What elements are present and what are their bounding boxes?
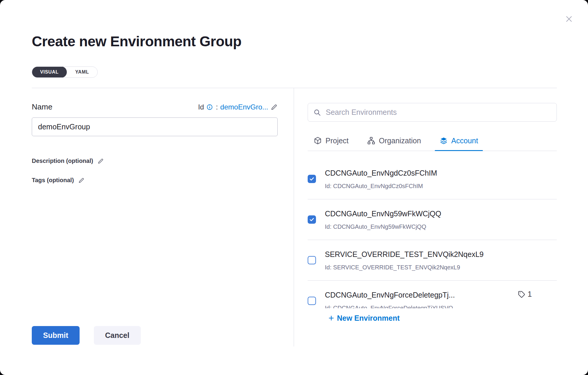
environment-name: CDCNGAuto_EnvNgdCz0sFChIM: [325, 168, 437, 178]
tab-organization[interactable]: Organization: [362, 131, 426, 151]
modal-title: Create new Environment Group: [32, 33, 588, 50]
new-environment-button[interactable]: + New Environment: [327, 314, 402, 323]
environments-panel: Project Organization A: [294, 88, 557, 347]
environment-list-item[interactable]: CDCNGAuto_EnvNgdCz0sFChIM Id: CDCNGAuto_…: [308, 151, 557, 199]
environment-list-item[interactable]: CDCNGAuto_EnvNg59wFkWCjQQ Id: CDCNGAuto_…: [308, 199, 557, 240]
tag-count: 1: [528, 290, 532, 299]
org-hierarchy-icon: [367, 136, 375, 145]
check-icon: [309, 176, 314, 182]
description-row: Description (optional): [32, 158, 280, 164]
environment-text: CDCNGAuto_EnvNgForceDeletegpTj... Id: CD…: [325, 290, 455, 308]
id-label: Id: [198, 103, 204, 111]
info-icon[interactable]: [206, 104, 213, 110]
pencil-icon: [78, 177, 85, 184]
edit-description-button[interactable]: [97, 158, 104, 164]
tab-project[interactable]: Project: [309, 131, 353, 151]
toggle-visual-button[interactable]: VISUAL: [32, 66, 67, 78]
tag-count-badge: 1: [518, 290, 532, 299]
tags-row: Tags (optional): [32, 177, 280, 184]
scope-tabs: Project Organization A: [308, 131, 557, 151]
layers-icon: [440, 136, 448, 145]
form-panel: Name Id : demoEnvGro...: [32, 88, 294, 347]
search-icon: [313, 109, 321, 116]
modal-content: Name Id : demoEnvGro...: [32, 88, 557, 347]
environment-id: Id: CDCNGAuto_EnvNg59wFkWCjQQ: [325, 223, 441, 231]
id-separator: :: [216, 103, 218, 111]
name-row: Name Id : demoEnvGro...: [32, 102, 278, 112]
tab-account-label: Account: [451, 136, 478, 145]
environment-id: Id: SERVICE_OVERRIDE_TEST_ENVQik2NqexL9: [325, 263, 483, 271]
environment-text: SERVICE_OVERRIDE_TEST_ENVQik2NqexL9 Id: …: [325, 249, 483, 271]
environment-checkbox[interactable]: [308, 215, 316, 224]
id-display: Id : demoEnvGro...: [198, 103, 278, 111]
edit-id-button[interactable]: [271, 104, 278, 111]
pencil-icon: [271, 104, 278, 111]
plus-icon: +: [328, 314, 334, 322]
tab-account[interactable]: Account: [435, 131, 483, 151]
close-button[interactable]: [563, 13, 575, 25]
environment-text: CDCNGAuto_EnvNgdCz0sFChIM Id: CDCNGAuto_…: [325, 168, 437, 190]
pencil-icon: [97, 158, 104, 164]
edit-tags-button[interactable]: [78, 177, 85, 184]
cube-icon: [314, 136, 322, 145]
search-environments-input[interactable]: [325, 108, 551, 117]
environment-id: Id: CDCNGAuto_EnvNgdCz0sFChIM: [325, 182, 437, 190]
tab-organization-label: Organization: [379, 136, 421, 145]
cancel-button[interactable]: Cancel: [94, 326, 141, 345]
submit-button[interactable]: Submit: [32, 326, 80, 345]
environment-list-item[interactable]: SERVICE_OVERRIDE_TEST_ENVQik2NqexL9 Id: …: [308, 240, 557, 280]
environment-text: CDCNGAuto_EnvNg59wFkWCjQQ Id: CDCNGAuto_…: [325, 208, 441, 231]
search-environments-box: [308, 103, 557, 122]
new-environment-label: New Environment: [337, 314, 400, 322]
environment-name: CDCNGAuto_EnvNgForceDeletegpTj...: [325, 290, 455, 300]
environment-name: CDCNGAuto_EnvNg59wFkWCjQQ: [325, 208, 441, 219]
visual-yaml-toggle: VISUAL YAML: [32, 66, 98, 78]
tags-label: Tags (optional): [32, 177, 74, 184]
environment-id: Id: CDCNGAuto_EnvNgForceDeletegpTjYUSVQ: [325, 304, 455, 308]
tab-project-label: Project: [325, 136, 349, 145]
toggle-yaml-button[interactable]: YAML: [67, 67, 97, 77]
environment-name: SERVICE_OVERRIDE_TEST_ENVQik2NqexL9: [325, 249, 483, 260]
environment-checkbox[interactable]: [308, 297, 316, 305]
name-input[interactable]: [32, 117, 278, 136]
id-value-link[interactable]: demoEnvGro...: [220, 103, 268, 111]
description-label: Description (optional): [32, 158, 93, 164]
environment-checkbox[interactable]: [308, 256, 316, 264]
form-actions: Submit Cancel: [32, 326, 280, 347]
close-icon: [565, 14, 573, 24]
tag-icon: [518, 290, 525, 298]
environment-list: CDCNGAuto_EnvNgdCz0sFChIM Id: CDCNGAuto_…: [308, 151, 557, 308]
environment-checkbox[interactable]: [308, 175, 316, 183]
environment-list-item[interactable]: CDCNGAuto_EnvNgForceDeletegpTj... Id: CD…: [308, 281, 557, 308]
check-icon: [309, 217, 314, 222]
create-environment-group-modal: Create new Environment Group VISUAL YAML…: [0, 0, 588, 375]
name-label: Name: [32, 102, 52, 112]
